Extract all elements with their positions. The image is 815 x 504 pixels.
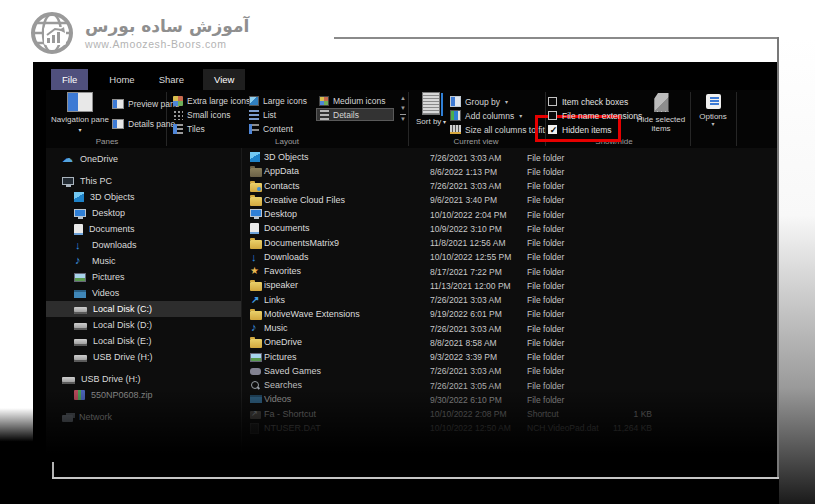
file-name-extensions-toggle[interactable]: File name extensions — [548, 109, 642, 122]
file-row[interactable]: Desktop10/10/2022 2:04 PMFile folder — [242, 208, 777, 222]
file-name: Desktop — [264, 209, 297, 219]
drive-icon — [74, 339, 87, 346]
file-date-modified: 9/3/2022 3:39 PM — [430, 352, 497, 362]
drive-icon — [74, 307, 87, 314]
file-row[interactable]: Documents10/9/2022 3:10 PMFile folder — [242, 222, 777, 236]
monitor-icon — [250, 209, 262, 217]
layout-list[interactable]: List — [246, 108, 279, 121]
file-type: File folder — [527, 181, 564, 191]
file-name: Creative Cloud Files — [264, 195, 345, 205]
game-icon — [250, 368, 261, 375]
brand-title: آموزش ساده بورس — [85, 16, 249, 36]
sidebar-item[interactable]: Music — [46, 253, 241, 269]
layout-gallery-scroll[interactable]: ▲ ▼ ▼ — [398, 94, 408, 123]
file-row[interactable]: Favorites8/17/2021 7:22 PMFile folder — [242, 265, 777, 279]
sort-by-button[interactable]: Sort by — [414, 91, 448, 135]
file-row[interactable]: AppData8/6/2022 1:13 PMFile folder — [242, 165, 777, 179]
tab-share[interactable]: Share — [148, 69, 195, 90]
sidebar-item[interactable]: USB Drive (H:) — [46, 371, 241, 387]
checkbox-unchecked-icon[interactable] — [548, 111, 557, 120]
page: آموزش ساده بورس www.Amoozesh-Boors.com F… — [0, 0, 815, 504]
file-row[interactable]: DocumentsMatrix911/8/2021 12:56 AMFile f… — [242, 237, 777, 251]
file-row[interactable]: OneDrive8/8/2021 8:58 AMFile folder — [242, 336, 777, 350]
file-name: Pictures — [264, 352, 297, 362]
down-icon — [74, 240, 86, 251]
explorer-body: OneDriveThis PC3D ObjectsDesktopDocument… — [46, 148, 777, 462]
sidebar-item[interactable]: OneDrive — [46, 151, 241, 167]
sidebar-item-label: 3D Objects — [90, 192, 135, 202]
item-check-boxes-toggle[interactable]: Item check boxes — [548, 95, 628, 108]
size-all-columns-button[interactable]: Size all columns to fit — [450, 123, 545, 136]
file-row[interactable]: Searches7/26/2021 3:05 AMFile folder — [242, 379, 777, 393]
layout-medium-icons[interactable]: Medium icons — [316, 94, 388, 107]
group-by-button[interactable]: Group by — [450, 95, 508, 108]
sidebar-item[interactable]: Videos — [46, 285, 241, 301]
layout-content[interactable]: Content — [246, 122, 296, 135]
sidebar-item[interactable]: Local Disk (C:) — [46, 301, 241, 317]
group-label-current-view: Current view — [454, 137, 499, 146]
gallery-more-icon[interactable]: ▼ — [400, 114, 406, 123]
sidebar-item[interactable]: Pictures — [46, 269, 241, 285]
sidebar-item[interactable]: Documents — [46, 221, 241, 237]
file-date-modified: 8/8/2021 8:58 AM — [430, 338, 497, 348]
sidebar-item-label: Music — [92, 256, 116, 266]
file-row[interactable]: Downloads10/10/2022 12:55 PMFile folder — [242, 251, 777, 265]
hidden-items-toggle[interactable]: Hidden items — [548, 123, 612, 136]
tab-view[interactable]: View — [203, 69, 245, 90]
video-icon — [74, 290, 86, 298]
file-row[interactable]: MotiveWave Extensions9/19/2022 6:01 PMFi… — [242, 308, 777, 322]
tab-file[interactable]: File — [51, 69, 88, 90]
file-name: ispeaker — [264, 280, 298, 290]
layout-large-icons[interactable]: Large icons — [246, 94, 310, 107]
layout-tiles[interactable]: Tiles — [170, 122, 208, 135]
file-name: Searches — [264, 380, 302, 390]
file-row[interactable]: Creative Cloud Files9/6/2021 3:40 PMFile… — [242, 194, 777, 208]
file-date-modified: 10/10/2022 12:50 AM — [430, 423, 511, 433]
file-name: NTUSER.DAT — [264, 423, 321, 433]
sidebar-item[interactable]: Local Disk (E:) — [46, 333, 241, 349]
checkbox-checked-icon[interactable] — [548, 125, 557, 134]
note-icon — [250, 323, 262, 334]
sidebar-item[interactable]: This PC — [46, 173, 241, 189]
shortcut-icon — [250, 411, 261, 419]
file-name: AppData — [264, 166, 299, 176]
file-row[interactable]: Contacts7/26/2021 3:03 AMFile folder — [242, 180, 777, 194]
sidebar-item[interactable]: Desktop — [46, 205, 241, 221]
options-button[interactable]: Options ▾ — [694, 91, 732, 137]
file-row[interactable]: Links7/26/2021 3:03 AMFile folder — [242, 294, 777, 308]
file-row[interactable]: ispeaker11/13/2021 12:00 PMFile folder — [242, 279, 777, 293]
file-type: File folder — [527, 309, 564, 319]
gallery-up-icon[interactable]: ▲ — [400, 94, 406, 102]
sidebar-item[interactable]: USB Drive (H:) — [46, 349, 241, 365]
add-columns-button[interactable]: Add columns — [450, 109, 522, 122]
file-row[interactable]: 3D Objects7/26/2021 3:03 AMFile folder — [242, 151, 777, 165]
layout-small-icons[interactable]: Small icons — [170, 108, 233, 121]
sidebar-item[interactable]: 3D Objects — [46, 189, 241, 205]
file-type: File folder — [527, 195, 564, 205]
file-row[interactable]: Music7/26/2021 3:03 AMFile folder — [242, 322, 777, 336]
options-caret-icon: ▾ — [711, 121, 714, 127]
file-row[interactable]: Videos9/30/2022 6:10 PMFile folder — [242, 393, 777, 407]
file-row[interactable]: Saved Games7/26/2021 3:03 AMFile folder — [242, 365, 777, 379]
navigation-pane-button[interactable]: Navigation pane — [48, 91, 112, 135]
sidebar-item[interactable]: Downloads — [46, 237, 241, 253]
sidebar-item-label: Network — [79, 412, 112, 422]
sidebar-item[interactable]: Network — [46, 409, 241, 425]
options-icon — [706, 94, 721, 109]
layout-label: Tiles — [187, 124, 205, 134]
sidebar-item-label: Local Disk (C:) — [93, 304, 152, 314]
sidebar-item[interactable]: Local Disk (D:) — [46, 317, 241, 333]
details-pane-button[interactable]: Details pane — [112, 117, 175, 130]
layout-label: Content — [263, 124, 293, 134]
file-row[interactable]: Pictures9/3/2022 3:39 PMFile folder — [242, 351, 777, 365]
network-icon — [62, 415, 73, 422]
gallery-down-icon[interactable]: ▼ — [400, 104, 406, 112]
layout-details-selected[interactable]: Details — [316, 108, 394, 121]
sidebar-item[interactable]: 550NP0608.zip — [46, 387, 241, 403]
file-row[interactable]: NTUSER.DAT10/10/2022 12:50 AMNCH.VideoPa… — [242, 422, 777, 436]
layout-extra-large-icons[interactable]: Extra large icons — [170, 94, 253, 107]
layout-label: Medium icons — [333, 96, 385, 106]
checkbox-unchecked-icon[interactable] — [548, 97, 557, 106]
file-row[interactable]: Fa - Shortcut10/10/2022 2:08 PMShortcut1… — [242, 408, 777, 422]
tab-home[interactable]: Home — [98, 69, 145, 90]
